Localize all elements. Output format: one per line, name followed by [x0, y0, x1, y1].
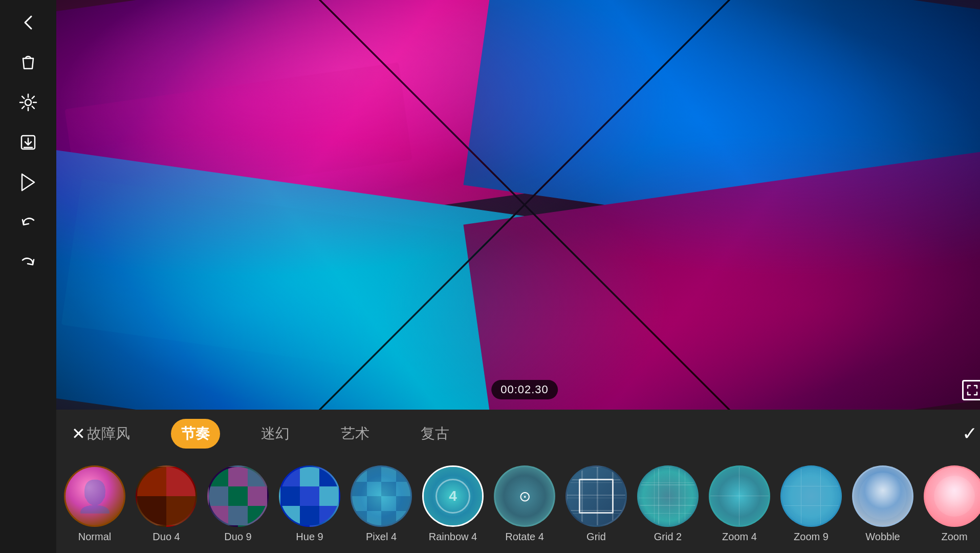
effect-label-duo4: Duo 4 [153, 531, 180, 543]
effect-label-zoom9: Zoom 9 [794, 531, 829, 543]
effect-zoom9[interactable]: Zoom 9 [780, 465, 842, 543]
effect-zoom[interactable]: Zoom [924, 465, 980, 543]
effect-label-normal: Normal [78, 531, 111, 543]
effect-label-duo9: Duo 9 [224, 531, 251, 543]
effect-duo9[interactable]: Duo 9 [207, 465, 269, 543]
effect-duo4[interactable]: Duo 4 [136, 465, 197, 543]
video-area: 00:02.30 [56, 0, 980, 410]
effect-pixel4[interactable]: Pixel 4 [351, 465, 412, 543]
left-sidebar [0, 0, 56, 553]
effect-wobble[interactable]: Wobble [852, 465, 913, 543]
effect-label-zoom4: Zoom 4 [722, 531, 757, 543]
rotate-indicator [495, 467, 554, 525]
effect-rainbow4[interactable]: 4 Rainbow 4 [422, 465, 484, 543]
effect-thumb-pixel4 [351, 465, 412, 527]
effect-thumb-zoom [924, 465, 980, 527]
bag-button[interactable] [16, 50, 40, 75]
video-neon-overlay [56, 0, 980, 410]
effect-label-rotate4: Rotate 4 [505, 531, 544, 543]
effect-thumb-hue9 [279, 465, 340, 527]
effect-thumb-zoom4 [709, 465, 770, 527]
effect-thumb-grid [565, 465, 627, 527]
effects-strip: 👤 Normal Duo 4 [56, 458, 980, 553]
back-button[interactable] [16, 10, 40, 35]
main-content: 00:02.30 ✕ 故障风 节奏 迷幻 艺术 [56, 0, 980, 553]
tab-rhythm[interactable]: 节奏 [171, 419, 220, 449]
app-container: 00:02.30 ✕ 故障风 节奏 迷幻 艺术 [0, 0, 980, 553]
effect-thumb-normal: 👤 [64, 465, 125, 527]
effect-thumb-grid2 [637, 465, 699, 527]
redo-button[interactable] [16, 250, 40, 274]
effect-label-zoom: Zoom [941, 531, 967, 543]
bottom-panel: ✕ 故障风 节奏 迷幻 艺术 复古 ✓ 👤 Normal [56, 410, 980, 553]
effect-thumb-wobble [852, 465, 913, 527]
tabs-row: ✕ 故障风 节奏 迷幻 艺术 复古 ✓ [56, 410, 980, 458]
undo-button[interactable] [16, 210, 40, 235]
effect-thumb-zoom9 [780, 465, 842, 527]
effect-label-wobble: Wobble [865, 531, 900, 543]
svg-marker-4 [22, 174, 34, 190]
category-tabs: 故障风 节奏 迷幻 艺术 复古 [56, 410, 480, 458]
effect-thumb-rotate4 [494, 465, 555, 527]
effect-thumb-duo9 [207, 465, 269, 527]
video-timestamp: 00:02.30 [491, 380, 558, 399]
download-button[interactable] [16, 130, 40, 155]
effect-label-rainbow4: Rainbow 4 [429, 531, 477, 543]
confirm-button[interactable]: ✓ [962, 423, 977, 444]
effect-thumb-rainbow4: 4 [422, 465, 484, 527]
effect-hue9[interactable]: Hue 9 [279, 465, 340, 543]
tab-illusion[interactable]: 迷幻 [251, 419, 300, 449]
tab-retro[interactable]: 复古 [410, 419, 460, 449]
tab-glitch[interactable]: 故障风 [77, 419, 140, 449]
effect-label-hue9: Hue 9 [296, 531, 323, 543]
video-scene [56, 0, 980, 410]
effect-grid2[interactable]: Grid 2 [637, 465, 699, 543]
fullscreen-button[interactable] [962, 380, 980, 400]
effect-zoom4[interactable]: Zoom 4 [709, 465, 770, 543]
effect-thumb-duo4 [136, 465, 197, 527]
play-button[interactable] [16, 170, 40, 195]
close-button[interactable]: ✕ [72, 424, 85, 443]
effect-grid[interactable]: Grid [565, 465, 627, 543]
svg-point-0 [25, 99, 31, 105]
effect-label-pixel4: Pixel 4 [366, 531, 397, 543]
tab-art[interactable]: 艺术 [331, 419, 380, 449]
effect-label-grid: Grid [586, 531, 606, 543]
effect-label-grid2: Grid 2 [654, 531, 682, 543]
settings-button[interactable] [16, 90, 40, 115]
effect-normal[interactable]: 👤 Normal [64, 465, 125, 543]
effect-rotate4[interactable]: Rotate 4 [494, 465, 555, 543]
